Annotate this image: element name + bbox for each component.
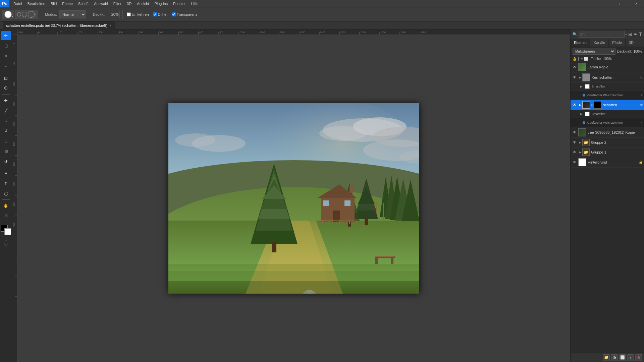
heal-tool[interactable]: ✚ bbox=[1, 96, 11, 105]
svg-point-75 bbox=[175, 133, 215, 147]
hand-tool[interactable]: ✋ bbox=[1, 201, 11, 210]
opacity-input[interactable] bbox=[108, 11, 120, 18]
tab-pfade[interactable]: Pfade bbox=[609, 39, 626, 47]
menu-filter[interactable]: Filter bbox=[111, 1, 124, 6]
tool-extra-2[interactable]: ⬡ bbox=[4, 242, 8, 246]
chain-icon: ⛓ bbox=[591, 104, 593, 107]
new-adjustment-btn[interactable]: ◑ bbox=[611, 354, 618, 361]
zoom-tool[interactable]: ⊕ bbox=[1, 211, 11, 221]
maximize-button[interactable]: □ bbox=[613, 0, 629, 7]
layer-item-tree[interactable]: 👁 tree-3095683_1920(1) Kopie bbox=[571, 127, 644, 138]
minimize-button[interactable]: — bbox=[598, 0, 613, 7]
history-brush-tool[interactable]: ↺ bbox=[1, 126, 11, 135]
menu-3d[interactable]: 3D bbox=[124, 1, 134, 6]
menu-schrift[interactable]: Schrift bbox=[75, 1, 91, 6]
menu-bild[interactable]: Bild bbox=[48, 1, 59, 6]
brush-tool[interactable]: ╱ bbox=[1, 106, 11, 115]
lasso-tool[interactable]: ⌾ bbox=[1, 51, 11, 60]
shape-tool[interactable]: ◯ bbox=[1, 189, 11, 198]
crop-tool[interactable]: ⊡ bbox=[1, 73, 11, 83]
layer-item-schatten[interactable]: 👁 ▶ ⛓ schatten fx bbox=[571, 100, 644, 110]
gauss-del-1[interactable]: × bbox=[641, 94, 643, 97]
transparency-check-container: Transparenz bbox=[172, 12, 197, 16]
gauss-del-2[interactable]: × bbox=[641, 121, 643, 124]
layer-expand-gruppe1[interactable]: ▶ bbox=[578, 150, 582, 154]
layer-blend-mode[interactable]: Multiplizieren Normal Aufhellen bbox=[573, 48, 615, 55]
menu-fenster[interactable]: Fenster bbox=[170, 1, 188, 6]
dodge-tool[interactable]: ◑ bbox=[1, 156, 11, 166]
tab-close-btn[interactable]: × bbox=[109, 23, 111, 27]
tab-ebenen[interactable]: Ebenen bbox=[571, 39, 590, 47]
tab-3d[interactable]: 3D bbox=[626, 39, 637, 47]
brush-preset-picker[interactable]: ▾ bbox=[2, 10, 14, 19]
layer-fx-btn[interactable]: T bbox=[639, 32, 642, 37]
layer-expand-schatten[interactable]: ▶ bbox=[578, 103, 582, 107]
layer-visibility-gruppe2[interactable]: 👁 bbox=[572, 140, 577, 145]
svg-text:400: 400 bbox=[13, 122, 15, 126]
menu-plugins[interactable]: Plug-ins bbox=[152, 1, 170, 6]
layer-visibility-tree[interactable]: 👁 bbox=[572, 130, 577, 135]
layer-item-hintergrund[interactable]: 👁 Hintergrund 🔒 bbox=[571, 157, 644, 168]
layer-lock-icon: 🔒 bbox=[639, 161, 643, 164]
magic-wand-tool[interactable]: ⁎ bbox=[1, 61, 11, 70]
layer-expand-gruppe2[interactable]: ▶ bbox=[578, 141, 582, 144]
tab-bar: schatten erstellen.psdc bei 33,7% (schat… bbox=[0, 21, 644, 29]
text-tool[interactable]: T bbox=[1, 179, 11, 188]
transparency-checkbox[interactable] bbox=[172, 12, 176, 16]
invert-checkbox[interactable] bbox=[127, 12, 131, 16]
pen-tool[interactable]: ✒ bbox=[1, 169, 11, 178]
document-tab[interactable]: schatten erstellen.psdc bei 33,7% (schat… bbox=[3, 21, 115, 29]
svg-rect-108 bbox=[323, 200, 329, 206]
svg-text:1600: 1600 bbox=[360, 31, 366, 34]
document-canvas[interactable] bbox=[168, 103, 419, 294]
layer-visibility-lamm[interactable]: 👁 bbox=[572, 64, 577, 70]
move-tool[interactable]: ✛ bbox=[1, 31, 11, 40]
tool-extra-1[interactable]: ⊟ bbox=[4, 237, 7, 241]
layer-visibility-schatten[interactable]: 👁 bbox=[572, 102, 577, 108]
delete-layer-btn[interactable]: 🗑 bbox=[635, 354, 642, 361]
close-button[interactable]: × bbox=[629, 0, 644, 7]
clone-tool[interactable]: ⊕ bbox=[1, 116, 11, 125]
new-layer-btn[interactable]: + bbox=[627, 354, 634, 361]
layer-item-gruppe2[interactable]: 👁 ▶ 📁 Gruppe 2 bbox=[571, 138, 644, 147]
layer-filter-btn[interactable]: ⊞ bbox=[628, 32, 632, 37]
toolbox: ✛ ⬚ ⌾ ⁎ ⊡ ⦿ ✚ ╱ ⊕ ↺ ◻ bbox=[0, 29, 12, 362]
background-color[interactable] bbox=[4, 228, 11, 235]
eraser-tool[interactable]: ◻ bbox=[1, 136, 11, 145]
smartfilter-thumb-2 bbox=[585, 112, 590, 116]
search-dropdown[interactable]: ▾ bbox=[625, 33, 627, 36]
selection-tool[interactable]: ⬚ bbox=[1, 41, 11, 50]
layer-expand-kern[interactable]: ▶ bbox=[578, 76, 582, 79]
gradient-tool[interactable]: ▤ bbox=[1, 146, 11, 156]
layer-vis-sf2[interactable]: ▶ bbox=[579, 111, 584, 117]
menu-datei[interactable]: Datei bbox=[11, 1, 25, 6]
layer-visibility-gruppe1[interactable]: 👁 bbox=[572, 149, 577, 155]
layer-vis-sf1[interactable]: ▶ bbox=[579, 84, 584, 89]
canvas-viewport[interactable] bbox=[17, 35, 570, 362]
new-group-btn[interactable]: 📁 bbox=[603, 354, 610, 361]
menu-auswahl[interactable]: Auswahl bbox=[91, 1, 111, 6]
menu-ansicht[interactable]: Ansicht bbox=[134, 1, 152, 6]
gauss-label-2: Gaußscher Weichzeichner bbox=[587, 121, 623, 124]
eyedropper-tool[interactable]: ⦿ bbox=[1, 83, 11, 93]
svg-text:500: 500 bbox=[139, 31, 143, 34]
layer-type-btn[interactable]: ✒ bbox=[634, 32, 638, 37]
menu-hilfe[interactable]: Hilfe bbox=[188, 1, 201, 6]
menu-bearbeiten[interactable]: Bearbeiten bbox=[25, 1, 48, 6]
separator-2 bbox=[89, 10, 89, 19]
svg-text:800: 800 bbox=[13, 202, 15, 206]
tab-kanaele[interactable]: Kanäle bbox=[590, 39, 609, 47]
layer-thumb-kern bbox=[582, 73, 590, 81]
layer-item-kernschatten[interactable]: 👁 ▶ Kernschatten fx bbox=[571, 72, 644, 83]
menu-ebene[interactable]: Ebene bbox=[59, 1, 75, 6]
add-mask-btn[interactable]: ⬜ bbox=[619, 354, 626, 361]
layer-visibility-kern[interactable]: 👁 bbox=[572, 75, 577, 80]
layer-item-lamm-kopie[interactable]: 👁 Lamm Kopie bbox=[571, 62, 644, 72]
dither-checkbox[interactable] bbox=[153, 12, 157, 16]
layer-visibility-hintergrund[interactable]: 👁 bbox=[572, 160, 577, 165]
blend-mode-select[interactable]: Normal Multiplizieren Abblenden bbox=[59, 10, 86, 18]
layer-item-gruppe1[interactable]: 👁 ▶ 📁 Gruppe 1 bbox=[571, 147, 644, 157]
layer-search-input[interactable] bbox=[579, 31, 625, 38]
brush-size-btn[interactable]: ▾ bbox=[15, 10, 38, 19]
group-icon-1: 📁 bbox=[582, 148, 590, 156]
